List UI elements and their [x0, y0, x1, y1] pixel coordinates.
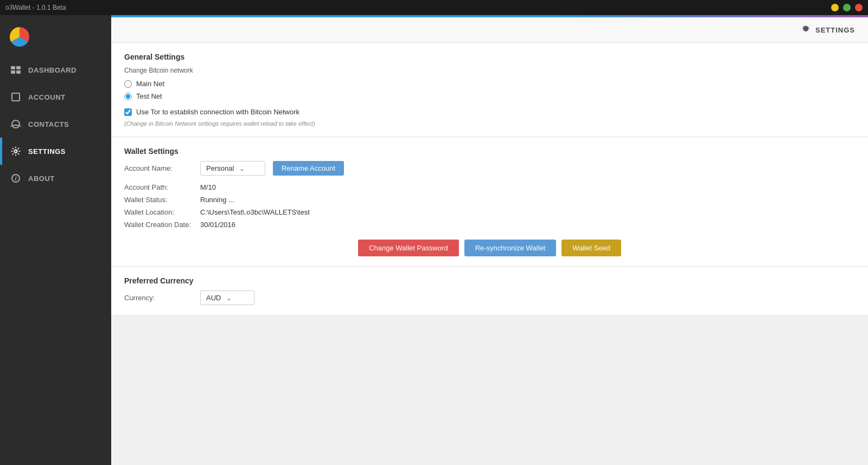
currency-dropdown[interactable]: AUD ⌄	[200, 290, 254, 305]
header-gear-icon	[801, 25, 811, 35]
account-path-value: M/10	[200, 183, 216, 191]
sidebar-item-account[interactable]: ACCOUNT	[0, 83, 111, 111]
wallet-creation-row: Wallet Creation Date: 30/01/2016	[124, 221, 855, 229]
test-net-radio[interactable]	[124, 93, 132, 100]
preferred-currency-section: Preferred Currency Currency: AUD ⌄	[111, 267, 868, 315]
settings-icon	[10, 145, 22, 157]
sidebar-label-contacts: CONTACTS	[28, 120, 69, 128]
wallet-settings-title: Wallet Settings	[124, 147, 855, 156]
svg-point-0	[15, 150, 17, 153]
wallet-status-row: Wallet Status: Running ...	[124, 196, 855, 204]
sidebar-label-account: ACCOUNT	[28, 93, 66, 101]
main-net-label: Main Net	[136, 80, 164, 88]
account-name-value: Personal	[206, 164, 234, 172]
logo-icon	[10, 27, 29, 47]
account-name-field-label: Account Name:	[124, 164, 200, 172]
change-password-button[interactable]: Change Wallet Password	[358, 240, 458, 256]
about-icon: i	[10, 172, 22, 184]
wallet-status-value: Running ...	[200, 196, 234, 204]
network-radio-group: Main Net Test Net	[124, 80, 855, 100]
sidebar-label-settings: SETTINGS	[28, 147, 66, 156]
wallet-status-label: Wallet Status:	[124, 196, 200, 204]
wallet-location-value: C:\Users\Test\.o3bc\WALLETS\test	[200, 208, 310, 216]
app-title: o3Wallet - 1.0.1 Beta	[5, 4, 66, 11]
currency-value: AUD	[206, 294, 221, 302]
minimize-btn[interactable]	[831, 4, 839, 11]
general-settings-title: General Settings	[124, 53, 855, 61]
sidebar-label-about: ABOUT	[28, 175, 55, 183]
main-net-option[interactable]: Main Net	[124, 80, 855, 88]
network-note: (Change in Bitcoin Network settings requ…	[124, 120, 855, 127]
wallet-settings-section: Wallet Settings Account Name: Personal ⌄…	[111, 137, 868, 267]
wallet-seed-button[interactable]: Wallet Seed	[561, 240, 621, 256]
window-controls[interactable]	[831, 4, 863, 11]
wallet-creation-label: Wallet Creation Date:	[124, 221, 200, 229]
dashboard-icon	[10, 64, 22, 76]
tor-checkbox-item[interactable]: Use Tor to establish connection with Bit…	[124, 108, 855, 116]
rename-account-button[interactable]: Rename Account	[273, 161, 344, 176]
wallet-actions: Change Wallet Password Re-synchronize Wa…	[124, 240, 855, 256]
general-settings-subtitle: Change Bitcoin network	[124, 67, 855, 74]
header-settings-label: SETTINGS	[815, 26, 855, 34]
wallet-location-label: Wallet Location:	[124, 208, 200, 216]
test-net-option[interactable]: Test Net	[124, 92, 855, 100]
account-path-label: Account Path:	[124, 183, 200, 191]
account-icon	[10, 91, 22, 103]
wallet-location-row: Wallet Location: C:\Users\Test\.o3bc\WAL…	[124, 208, 855, 216]
header-settings-button[interactable]: SETTINGS	[801, 25, 855, 35]
account-name-dropdown[interactable]: Personal ⌄	[200, 161, 265, 176]
title-bar: o3Wallet - 1.0.1 Beta	[0, 0, 868, 15]
test-net-label: Test Net	[136, 92, 162, 100]
content-header: SETTINGS	[111, 17, 868, 43]
app-body: DASHBOARD ACCOUNT CONTACTS SETTINGS	[0, 15, 868, 465]
main-content: SETTINGS General Settings Change Bitcoin…	[111, 15, 868, 465]
sidebar-label-dashboard: DASHBOARD	[28, 66, 76, 74]
tor-label: Use Tor to establish connection with Bit…	[136, 108, 299, 116]
maximize-btn[interactable]	[843, 4, 851, 11]
content-area: General Settings Change Bitcoin network …	[111, 43, 868, 465]
tor-checkbox[interactable]	[124, 108, 132, 116]
account-path-row: Account Path: M/10	[124, 183, 855, 191]
account-name-row: Account Name: Personal ⌄ Rename Account	[124, 161, 855, 176]
currency-row: Currency: AUD ⌄	[124, 290, 855, 305]
currency-section-title: Preferred Currency	[124, 276, 855, 285]
currency-dropdown-arrow: ⌄	[226, 294, 232, 302]
general-settings-section: General Settings Change Bitcoin network …	[111, 43, 868, 137]
close-btn[interactable]	[855, 4, 863, 11]
account-dropdown-arrow: ⌄	[239, 165, 245, 172]
sidebar: DASHBOARD ACCOUNT CONTACTS SETTINGS	[0, 15, 111, 465]
sidebar-item-contacts[interactable]: CONTACTS	[0, 111, 111, 138]
sidebar-item-dashboard[interactable]: DASHBOARD	[0, 56, 111, 83]
wallet-creation-value: 30/01/2016	[200, 221, 235, 229]
sidebar-logo	[0, 21, 111, 56]
contacts-icon	[10, 118, 22, 130]
sidebar-item-settings[interactable]: SETTINGS	[0, 138, 111, 165]
sidebar-item-about[interactable]: i ABOUT	[0, 165, 111, 192]
currency-label: Currency:	[124, 294, 200, 302]
resync-wallet-button[interactable]: Re-synchronize Wallet	[464, 240, 557, 256]
main-net-radio[interactable]	[124, 80, 132, 88]
